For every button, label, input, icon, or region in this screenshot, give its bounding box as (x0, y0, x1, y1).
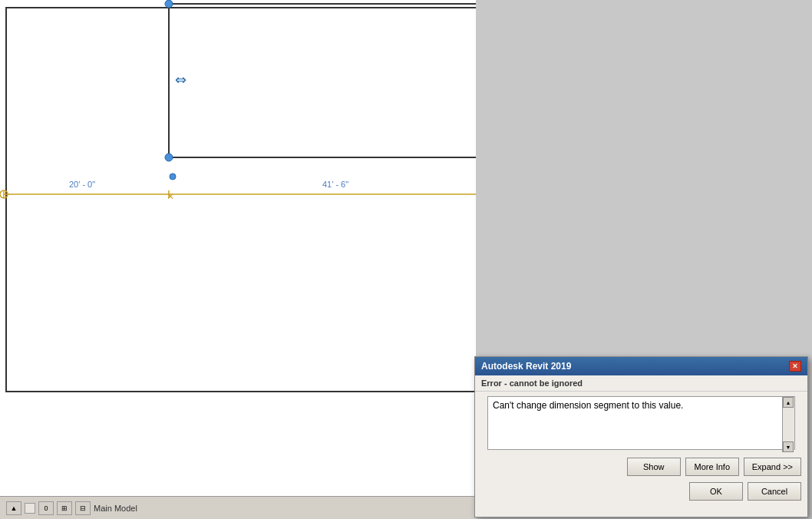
dialog-titlebar: Autodesk Revit 2019 ✕ (475, 357, 807, 375)
dialog-button-row-top: Show More Info Expand >> (475, 455, 807, 479)
svg-rect-0 (6, 8, 476, 392)
dialog-error-header: Error - cannot be ignored (475, 375, 807, 392)
svg-point-4 (170, 174, 176, 180)
svg-point-2 (165, 0, 173, 8)
svg-rect-1 (169, 4, 476, 157)
svg-text:20' - 0": 20' - 0" (69, 180, 95, 189)
dialog-message-area: Can't change dimension segment to this v… (487, 396, 795, 450)
svg-text:41' - 6": 41' - 6" (322, 180, 348, 189)
expand-button[interactable]: Expand >> (744, 458, 801, 476)
show-button[interactable]: Show (627, 458, 681, 476)
dialog-close-button[interactable]: ✕ (789, 361, 801, 372)
status-btn-2[interactable]: 0 (38, 501, 54, 515)
scroll-up-arrow[interactable]: ▲ (783, 397, 794, 408)
cancel-button[interactable]: Cancel (748, 482, 801, 501)
svg-text:⇔: ⇔ (175, 72, 186, 88)
ok-button[interactable]: OK (689, 482, 743, 501)
status-btn-4[interactable]: ⊟ (75, 501, 91, 515)
status-btn-3[interactable]: ⊞ (57, 501, 72, 515)
status-bar: ▲ 0 ⊞ ⊟ Main Model (0, 496, 476, 519)
scroll-down-arrow[interactable]: ▼ (783, 441, 794, 452)
error-dialog: Autodesk Revit 2019 ✕ Error - cannot be … (474, 356, 808, 517)
dialog-title: Autodesk Revit 2019 (481, 361, 571, 372)
error-header-text: Error - cannot be ignored (481, 379, 583, 388)
svg-point-3 (165, 154, 173, 161)
scrollbar-track (783, 408, 794, 441)
dialog-scrollbar[interactable]: ▲ ▼ (782, 397, 794, 452)
model-label: Main Model (94, 504, 137, 513)
status-btn-1[interactable]: ▲ (6, 501, 21, 515)
status-square[interactable] (25, 503, 35, 514)
more-info-button[interactable]: More Info (685, 458, 739, 476)
drawing-canvas: ⇔ ✕ 20' - 0" 41' - 6" ▲ 0 ⊞ ⊟ Main Model (0, 0, 476, 519)
dialog-message: Can't change dimension segment to this v… (493, 400, 683, 411)
svg-text:✕: ✕ (167, 191, 174, 202)
dialog-button-row-bottom: OK Cancel (475, 479, 807, 504)
floor-plan-svg: ⇔ ✕ 20' - 0" 41' - 6" (0, 0, 476, 399)
